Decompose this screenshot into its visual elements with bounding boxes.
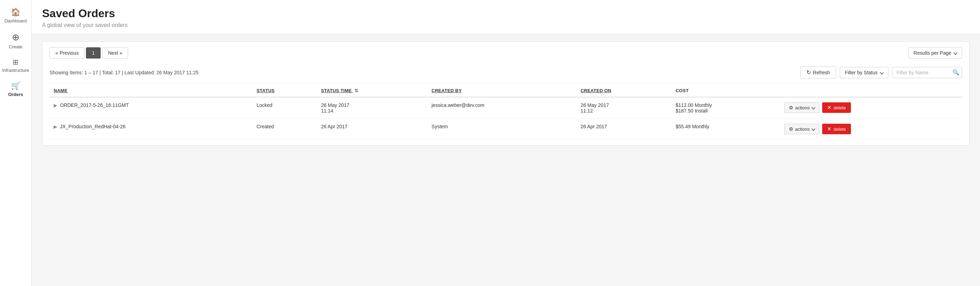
table-body: ▶ ORDER_2017-5-26_16:11GMT Locked 26 May… — [49, 97, 962, 140]
row-created-by: System — [427, 119, 576, 140]
col-created-by-label: CREATED BY — [431, 88, 461, 93]
table-row: ▶ ORDER_2017-5-26_16:11GMT Locked 26 May… — [49, 97, 962, 119]
sidebar: 🏠 Dashboard ⊕ Create ⊞ Infrastructure 🛒 … — [0, 0, 32, 286]
row-name-cell: ▶ JX_Production_RedHat-04-26 — [49, 119, 252, 140]
col-header-status-time[interactable]: STATUS TIME ⇅ — [317, 84, 427, 97]
row-actions-cell: ⚙ actions ✕ delete — [780, 97, 962, 119]
cost-line-1: $112.00 Monthly — [676, 102, 776, 108]
col-header-status[interactable]: STATUS — [252, 84, 317, 97]
row-status-time: 26 May 201711:14 — [317, 97, 427, 119]
delete-button[interactable]: ✕ delete — [822, 102, 851, 113]
delete-label: delete — [834, 105, 846, 110]
showing-items-text: Showing Items: 1 – 17 | Total: 17 | Last… — [49, 70, 199, 75]
main-content: Saved Orders A global view of your saved… — [32, 0, 980, 286]
row-status: Created — [252, 119, 317, 140]
row-cost: $112.00 Monthly $187.50 Install — [671, 97, 780, 119]
sidebar-item-dashboard[interactable]: 🏠 Dashboard — [0, 3, 31, 28]
gear-icon: ⚙ — [789, 105, 794, 110]
orders-card: « Previous 1 Next » Results per Page Sho… — [42, 41, 969, 145]
chevron-down-icon — [953, 51, 957, 55]
row-actions-cell: ⚙ actions ✕ delete — [780, 119, 962, 140]
actions-label: actions — [795, 105, 810, 110]
actions-label: actions — [795, 127, 810, 132]
page-1-button[interactable]: 1 — [86, 47, 101, 59]
x-circle-icon: ✕ — [827, 126, 832, 132]
refresh-label: Refresh — [813, 70, 830, 75]
delete-label: delete — [834, 127, 846, 132]
gear-icon: ⚙ — [789, 126, 794, 132]
chevron-down-icon — [811, 127, 816, 131]
row-name-cell: ▶ ORDER_2017-5-26_16:11GMT — [49, 97, 252, 119]
filter-status-label: Filter by Status — [845, 70, 878, 75]
search-icon-button[interactable]: 🔍 — [952, 69, 959, 76]
table-row: ▶ JX_Production_RedHat-04-26 Created 26 … — [49, 119, 962, 140]
filter-name-wrapper: 🔍 — [892, 67, 962, 78]
page-subtitle: A global view of your saved orders — [42, 22, 969, 29]
search-icon: 🔍 — [952, 69, 959, 76]
info-row: Showing Items: 1 – 17 | Total: 17 | Last… — [49, 63, 962, 84]
col-status-time-label: STATUS TIME — [321, 88, 352, 93]
x-circle-icon: ✕ — [827, 105, 832, 111]
cost-line-1: $55.49 Monthly — [676, 124, 776, 129]
row-created-on: 26 Apr 2017 — [576, 119, 671, 140]
table-controls: ↻ Refresh Filter by Status 🔍 — [800, 66, 962, 78]
infrastructure-icon: ⊞ — [13, 58, 19, 66]
chevron-down-icon — [811, 105, 816, 110]
filter-status-button[interactable]: Filter by Status — [840, 67, 888, 78]
row-name: ORDER_2017-5-26_16:11GMT — [60, 102, 129, 108]
delete-button[interactable]: ✕ delete — [822, 124, 851, 134]
row-status: Locked — [252, 97, 317, 119]
actions-button[interactable]: ⚙ actions — [784, 124, 819, 134]
sidebar-item-label: Orders — [8, 92, 23, 97]
col-header-actions — [780, 84, 962, 97]
row-name: JX_Production_RedHat-04-26 — [60, 124, 126, 129]
sidebar-item-label: Dashboard — [5, 18, 27, 24]
content-area: « Previous 1 Next » Results per Page Sho… — [32, 34, 980, 153]
previous-button[interactable]: « Previous — [49, 47, 84, 59]
row-created-on: 26 May 201711:12 — [576, 97, 671, 119]
sidebar-item-label: Infrastructure — [2, 68, 29, 73]
row-expander-icon[interactable]: ▶ — [54, 124, 57, 129]
home-icon: 🏠 — [11, 8, 20, 17]
refresh-button[interactable]: ↻ Refresh — [800, 66, 836, 78]
results-per-page-label: Results per Page — [914, 50, 951, 56]
sidebar-item-label: Create — [9, 44, 22, 49]
page-header: Saved Orders A global view of your saved… — [32, 0, 980, 34]
plus-circle-icon: ⊕ — [12, 32, 20, 43]
col-cost-label: COST — [676, 88, 689, 93]
row-expander-icon[interactable]: ▶ — [54, 103, 57, 108]
col-header-name[interactable]: NAME — [49, 84, 252, 97]
actions-button[interactable]: ⚙ actions — [784, 102, 819, 113]
col-header-created-by[interactable]: CREATED BY — [427, 84, 576, 97]
next-button[interactable]: Next » — [102, 47, 128, 59]
col-name-label: NAME — [54, 88, 67, 93]
col-header-created-on[interactable]: CREATED ON — [576, 84, 671, 97]
sidebar-item-infrastructure[interactable]: ⊞ Infrastructure — [0, 54, 31, 77]
row-status-time: 26 Apr 2017 — [317, 119, 427, 140]
chevron-down-icon — [880, 70, 883, 74]
row-cost: $55.49 Monthly — [671, 119, 780, 140]
row-created-by: jessica.weber@dev.com — [427, 97, 576, 119]
sidebar-item-create[interactable]: ⊕ Create — [0, 28, 31, 54]
orders-table: NAME STATUS STATUS TIME ⇅ CREATED BY — [49, 84, 962, 140]
pagination-controls: « Previous 1 Next » — [49, 47, 128, 59]
col-header-cost: COST — [671, 84, 780, 97]
table-header: NAME STATUS STATUS TIME ⇅ CREATED BY — [49, 84, 962, 97]
col-status-label: STATUS — [256, 88, 275, 93]
col-created-on-label: CREATED ON — [581, 88, 611, 93]
refresh-icon: ↻ — [807, 69, 811, 76]
cost-line-2: $187.50 Install — [676, 108, 776, 114]
pagination-row: « Previous 1 Next » Results per Page — [49, 47, 962, 59]
page-title: Saved Orders — [42, 7, 969, 20]
sort-icon: ⇅ — [355, 88, 358, 93]
cart-icon: 🛒 — [11, 81, 20, 91]
results-per-page-button[interactable]: Results per Page — [908, 47, 962, 59]
filter-name-input[interactable] — [892, 67, 962, 78]
sidebar-item-orders[interactable]: 🛒 Orders — [0, 77, 31, 101]
